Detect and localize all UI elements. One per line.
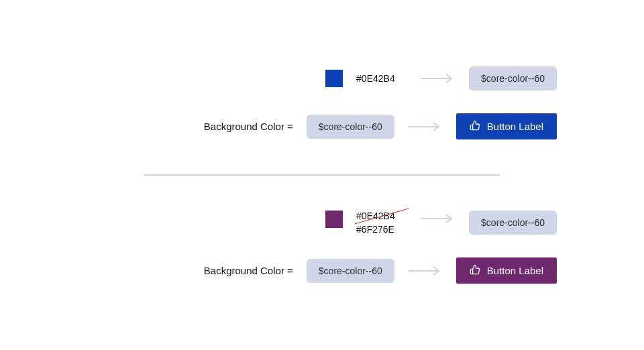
color-swatch-purple — [325, 211, 343, 228]
token-pill: $core-color--60 — [469, 211, 557, 235]
button-label: Button Label — [487, 265, 543, 276]
token-to-button-row: Background Color = $core-color--60 Butto… — [204, 257, 557, 284]
hex-value: #6F276E — [356, 224, 407, 235]
arrow-right-icon — [408, 122, 443, 131]
divider — [144, 174, 500, 176]
color-to-token-row: #0E42B4 #6F276E $core-color--60 — [325, 211, 557, 235]
thumbs-up-icon — [470, 264, 480, 277]
arrow-right-icon — [408, 266, 443, 276]
section-top: #0E42B4 $core-color--60 Background Color… — [87, 66, 557, 139]
token-to-button-row: Background Color = $core-color--60 Butto… — [204, 113, 557, 139]
example-button[interactable]: Button Label — [456, 113, 557, 139]
arrow-right-icon — [421, 74, 455, 83]
token-pill: $core-color--60 — [307, 115, 394, 139]
token-pill: $core-color--60 — [307, 259, 394, 283]
thumbs-up-icon — [470, 120, 480, 133]
background-color-label: Background Color = — [204, 121, 293, 132]
hex-value: #0E42B4 — [356, 73, 407, 84]
color-to-token-row: #0E42B4 $core-color--60 — [325, 66, 557, 91]
hex-label: #0E42B4 — [356, 73, 407, 84]
arrow-right-icon — [421, 214, 455, 223]
background-color-label: Background Color = — [204, 265, 293, 276]
token-pill: $core-color--60 — [469, 66, 557, 91]
example-button[interactable]: Button Label — [456, 257, 557, 284]
button-label: Button Label — [487, 121, 543, 132]
color-swatch-blue — [325, 70, 343, 87]
section-bottom: #0E42B4 #6F276E $core-color--60 Backgrou… — [87, 211, 557, 284]
hex-label-group: #0E42B4 #6F276E — [356, 211, 407, 235]
hex-value-strike: #0E42B4 — [356, 211, 407, 221]
